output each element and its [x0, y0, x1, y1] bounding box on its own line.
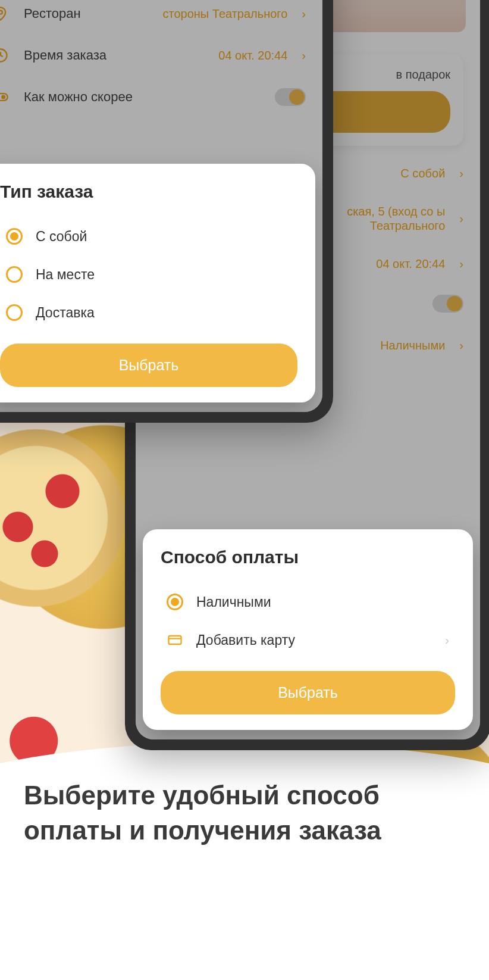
modal-title: Способ оплаты: [161, 547, 455, 567]
option-label: Добавить карту: [196, 632, 295, 648]
option-label: Доставка: [36, 305, 95, 321]
option-label: С собой: [36, 229, 87, 245]
svg-rect-3: [169, 636, 181, 644]
phone-frame-1: Ресторан стороны Театрального › Время за…: [0, 0, 333, 423]
order-type-modal: Тип заказа С собой На месте Доставка Выб…: [0, 164, 315, 402]
card-icon: [167, 632, 183, 648]
marketing-caption: Выберите удобный способ оплаты и получен…: [24, 778, 465, 848]
payment-option-cash[interactable]: Наличными: [161, 583, 455, 621]
radio-icon: [6, 304, 23, 321]
payment-option-add-card[interactable]: Добавить карту ›: [161, 621, 455, 659]
option-label: На месте: [36, 267, 95, 283]
radio-icon: [6, 266, 23, 283]
bottom-caption-panel: Выберите удобный способ оплаты и получен…: [0, 742, 489, 980]
option-label: Наличными: [196, 594, 271, 610]
payment-method-modal: Способ оплаты Наличными Добавить карту ›…: [143, 529, 473, 730]
select-button[interactable]: Выбрать: [0, 344, 297, 387]
radio-icon: [6, 228, 23, 245]
order-type-option-takeaway[interactable]: С собой: [0, 217, 297, 255]
order-type-option-delivery[interactable]: Доставка: [0, 294, 297, 332]
modal-title: Тип заказа: [0, 182, 297, 202]
radio-icon: [167, 594, 183, 610]
chevron-right-icon: ›: [445, 633, 449, 647]
phone-screen-1: Ресторан стороны Театрального › Время за…: [0, 0, 322, 412]
select-button[interactable]: Выбрать: [161, 671, 455, 714]
order-type-option-dinein[interactable]: На месте: [0, 255, 297, 294]
